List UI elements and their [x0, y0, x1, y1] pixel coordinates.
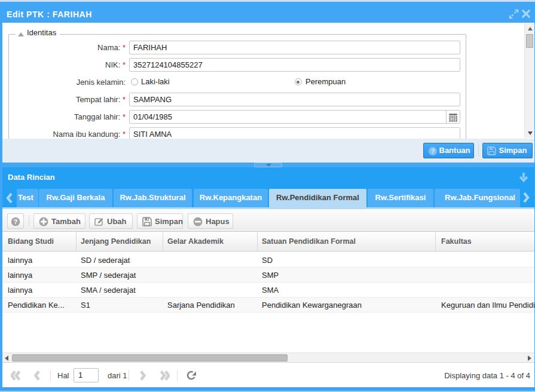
svg-text:?: ?	[431, 148, 435, 155]
svg-text:?: ?	[13, 218, 17, 225]
